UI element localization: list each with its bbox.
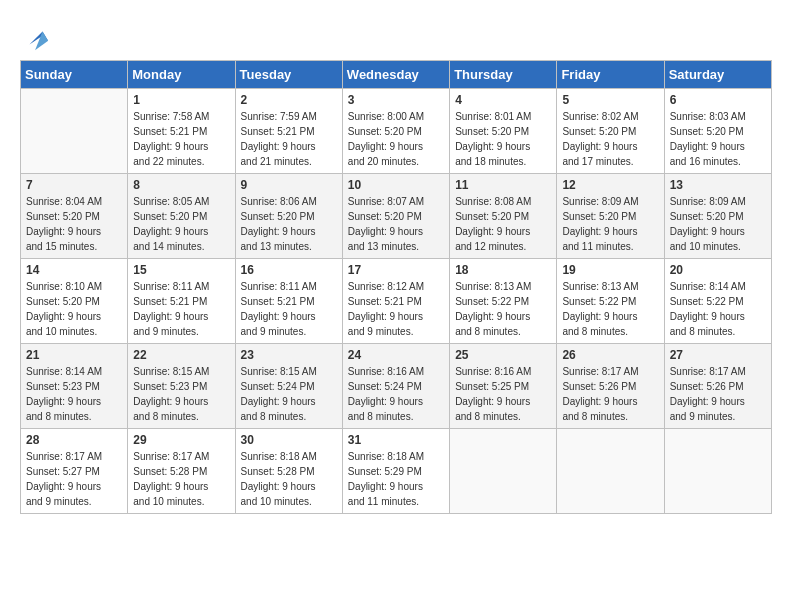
calendar-cell: 1Sunrise: 7:58 AM Sunset: 5:21 PM Daylig… [128, 89, 235, 174]
day-info: Sunrise: 7:58 AM Sunset: 5:21 PM Dayligh… [133, 109, 229, 169]
logo [20, 24, 50, 52]
day-info: Sunrise: 8:06 AM Sunset: 5:20 PM Dayligh… [241, 194, 337, 254]
weekday-header: Sunday [21, 61, 128, 89]
day-info: Sunrise: 8:14 AM Sunset: 5:22 PM Dayligh… [670, 279, 766, 339]
day-number: 28 [26, 433, 122, 447]
day-info: Sunrise: 8:10 AM Sunset: 5:20 PM Dayligh… [26, 279, 122, 339]
calendar-cell: 7Sunrise: 8:04 AM Sunset: 5:20 PM Daylig… [21, 174, 128, 259]
day-info: Sunrise: 8:16 AM Sunset: 5:25 PM Dayligh… [455, 364, 551, 424]
day-number: 9 [241, 178, 337, 192]
calendar-cell: 30Sunrise: 8:18 AM Sunset: 5:28 PM Dayli… [235, 429, 342, 514]
calendar-week-row: 14Sunrise: 8:10 AM Sunset: 5:20 PM Dayli… [21, 259, 772, 344]
weekday-header: Tuesday [235, 61, 342, 89]
weekday-header: Thursday [450, 61, 557, 89]
day-number: 10 [348, 178, 444, 192]
day-info: Sunrise: 8:11 AM Sunset: 5:21 PM Dayligh… [133, 279, 229, 339]
calendar-cell: 4Sunrise: 8:01 AM Sunset: 5:20 PM Daylig… [450, 89, 557, 174]
day-info: Sunrise: 8:01 AM Sunset: 5:20 PM Dayligh… [455, 109, 551, 169]
page-header [20, 20, 772, 52]
day-number: 17 [348, 263, 444, 277]
day-number: 23 [241, 348, 337, 362]
weekday-header: Saturday [664, 61, 771, 89]
day-number: 22 [133, 348, 229, 362]
calendar-cell: 12Sunrise: 8:09 AM Sunset: 5:20 PM Dayli… [557, 174, 664, 259]
day-number: 16 [241, 263, 337, 277]
day-number: 1 [133, 93, 229, 107]
day-number: 31 [348, 433, 444, 447]
calendar-cell: 14Sunrise: 8:10 AM Sunset: 5:20 PM Dayli… [21, 259, 128, 344]
calendar: SundayMondayTuesdayWednesdayThursdayFrid… [20, 60, 772, 514]
calendar-cell: 8Sunrise: 8:05 AM Sunset: 5:20 PM Daylig… [128, 174, 235, 259]
day-number: 5 [562, 93, 658, 107]
day-number: 25 [455, 348, 551, 362]
day-info: Sunrise: 8:14 AM Sunset: 5:23 PM Dayligh… [26, 364, 122, 424]
day-info: Sunrise: 8:17 AM Sunset: 5:26 PM Dayligh… [562, 364, 658, 424]
day-info: Sunrise: 8:15 AM Sunset: 5:24 PM Dayligh… [241, 364, 337, 424]
calendar-cell: 21Sunrise: 8:14 AM Sunset: 5:23 PM Dayli… [21, 344, 128, 429]
day-number: 20 [670, 263, 766, 277]
calendar-header-row: SundayMondayTuesdayWednesdayThursdayFrid… [21, 61, 772, 89]
calendar-cell [557, 429, 664, 514]
calendar-week-row: 7Sunrise: 8:04 AM Sunset: 5:20 PM Daylig… [21, 174, 772, 259]
calendar-cell: 24Sunrise: 8:16 AM Sunset: 5:24 PM Dayli… [342, 344, 449, 429]
day-number: 13 [670, 178, 766, 192]
weekday-header: Monday [128, 61, 235, 89]
day-number: 29 [133, 433, 229, 447]
calendar-cell: 13Sunrise: 8:09 AM Sunset: 5:20 PM Dayli… [664, 174, 771, 259]
calendar-cell: 22Sunrise: 8:15 AM Sunset: 5:23 PM Dayli… [128, 344, 235, 429]
day-info: Sunrise: 8:03 AM Sunset: 5:20 PM Dayligh… [670, 109, 766, 169]
calendar-cell: 23Sunrise: 8:15 AM Sunset: 5:24 PM Dayli… [235, 344, 342, 429]
weekday-header: Wednesday [342, 61, 449, 89]
day-number: 24 [348, 348, 444, 362]
day-number: 14 [26, 263, 122, 277]
day-info: Sunrise: 8:13 AM Sunset: 5:22 PM Dayligh… [562, 279, 658, 339]
day-number: 19 [562, 263, 658, 277]
calendar-cell: 16Sunrise: 8:11 AM Sunset: 5:21 PM Dayli… [235, 259, 342, 344]
calendar-week-row: 28Sunrise: 8:17 AM Sunset: 5:27 PM Dayli… [21, 429, 772, 514]
weekday-header: Friday [557, 61, 664, 89]
calendar-cell: 11Sunrise: 8:08 AM Sunset: 5:20 PM Dayli… [450, 174, 557, 259]
day-number: 3 [348, 93, 444, 107]
day-info: Sunrise: 8:17 AM Sunset: 5:26 PM Dayligh… [670, 364, 766, 424]
day-number: 8 [133, 178, 229, 192]
logo-icon [22, 24, 50, 52]
day-number: 6 [670, 93, 766, 107]
day-info: Sunrise: 8:17 AM Sunset: 5:27 PM Dayligh… [26, 449, 122, 509]
day-info: Sunrise: 8:02 AM Sunset: 5:20 PM Dayligh… [562, 109, 658, 169]
day-info: Sunrise: 8:09 AM Sunset: 5:20 PM Dayligh… [670, 194, 766, 254]
day-info: Sunrise: 8:11 AM Sunset: 5:21 PM Dayligh… [241, 279, 337, 339]
day-info: Sunrise: 8:09 AM Sunset: 5:20 PM Dayligh… [562, 194, 658, 254]
day-info: Sunrise: 8:12 AM Sunset: 5:21 PM Dayligh… [348, 279, 444, 339]
calendar-cell: 5Sunrise: 8:02 AM Sunset: 5:20 PM Daylig… [557, 89, 664, 174]
day-info: Sunrise: 8:18 AM Sunset: 5:29 PM Dayligh… [348, 449, 444, 509]
day-number: 21 [26, 348, 122, 362]
day-number: 15 [133, 263, 229, 277]
calendar-cell: 17Sunrise: 8:12 AM Sunset: 5:21 PM Dayli… [342, 259, 449, 344]
day-info: Sunrise: 8:16 AM Sunset: 5:24 PM Dayligh… [348, 364, 444, 424]
day-number: 18 [455, 263, 551, 277]
calendar-cell: 9Sunrise: 8:06 AM Sunset: 5:20 PM Daylig… [235, 174, 342, 259]
day-info: Sunrise: 8:08 AM Sunset: 5:20 PM Dayligh… [455, 194, 551, 254]
day-info: Sunrise: 8:04 AM Sunset: 5:20 PM Dayligh… [26, 194, 122, 254]
day-number: 2 [241, 93, 337, 107]
day-number: 11 [455, 178, 551, 192]
day-number: 4 [455, 93, 551, 107]
day-number: 7 [26, 178, 122, 192]
calendar-cell: 15Sunrise: 8:11 AM Sunset: 5:21 PM Dayli… [128, 259, 235, 344]
calendar-cell: 2Sunrise: 7:59 AM Sunset: 5:21 PM Daylig… [235, 89, 342, 174]
day-info: Sunrise: 8:05 AM Sunset: 5:20 PM Dayligh… [133, 194, 229, 254]
day-info: Sunrise: 8:15 AM Sunset: 5:23 PM Dayligh… [133, 364, 229, 424]
calendar-cell: 29Sunrise: 8:17 AM Sunset: 5:28 PM Dayli… [128, 429, 235, 514]
calendar-cell: 6Sunrise: 8:03 AM Sunset: 5:20 PM Daylig… [664, 89, 771, 174]
day-info: Sunrise: 8:13 AM Sunset: 5:22 PM Dayligh… [455, 279, 551, 339]
day-info: Sunrise: 7:59 AM Sunset: 5:21 PM Dayligh… [241, 109, 337, 169]
calendar-cell [664, 429, 771, 514]
svg-marker-1 [35, 31, 48, 50]
calendar-cell: 31Sunrise: 8:18 AM Sunset: 5:29 PM Dayli… [342, 429, 449, 514]
calendar-cell: 26Sunrise: 8:17 AM Sunset: 5:26 PM Dayli… [557, 344, 664, 429]
calendar-cell: 19Sunrise: 8:13 AM Sunset: 5:22 PM Dayli… [557, 259, 664, 344]
day-info: Sunrise: 8:07 AM Sunset: 5:20 PM Dayligh… [348, 194, 444, 254]
calendar-cell: 10Sunrise: 8:07 AM Sunset: 5:20 PM Dayli… [342, 174, 449, 259]
calendar-cell: 27Sunrise: 8:17 AM Sunset: 5:26 PM Dayli… [664, 344, 771, 429]
day-info: Sunrise: 8:18 AM Sunset: 5:28 PM Dayligh… [241, 449, 337, 509]
